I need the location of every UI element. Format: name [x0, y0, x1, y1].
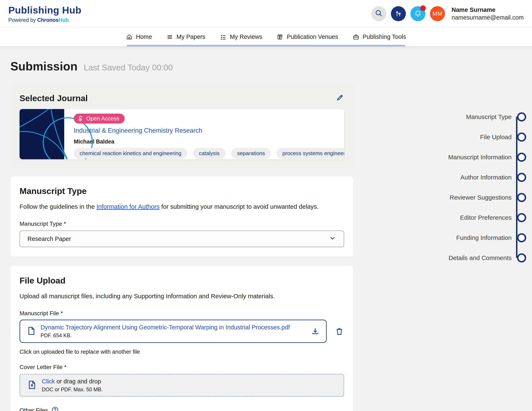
step-circle — [517, 213, 526, 222]
description-suffix: for submitting your manuscript to avoid … — [160, 203, 319, 210]
logo-subtitle: Powered by ChronosHub — [8, 17, 81, 23]
list-icon — [166, 34, 173, 40]
nav-item-my-papers[interactable]: My Papers — [166, 33, 205, 40]
nav-label: Home — [136, 33, 152, 40]
step-label: Details and Comments — [449, 254, 512, 262]
drag-text: or drag and drop — [55, 378, 101, 385]
stepper-step-funding-information[interactable]: Funding Information — [431, 228, 526, 248]
submission-stepper: Manuscript Type File Upload Manuscript I… — [431, 107, 526, 268]
file-upload-card: File Upload Upload all manuscript files,… — [10, 266, 353, 411]
nav-label: Publication Venues — [287, 33, 338, 40]
manuscript-type-title: Manuscript Type — [19, 186, 344, 196]
click-link[interactable]: Click — [42, 378, 55, 385]
trash-icon — [335, 327, 344, 336]
manuscript-type-field-label: Manuscript Type * — [19, 221, 344, 227]
logo-title: Publishing Hub — [8, 4, 81, 16]
information-for-authors-link[interactable]: Information for Authors — [96, 203, 160, 210]
page-title-row: Submission Last Saved Today 00:00 — [10, 59, 532, 73]
nav-label: My Reviews — [230, 33, 262, 40]
nav-label: Publishing Tools — [363, 33, 406, 40]
journal-cover-image — [19, 109, 64, 159]
manuscript-file-row: Dynamic Trajectory Alignment Using Geome… — [19, 320, 344, 343]
journal-card[interactable]: Open Access Industrial & Engineering Che… — [19, 109, 344, 159]
dropzone-constraints: DOC or PDF. Max. 50 MB. — [42, 386, 103, 392]
page-title: Submission — [10, 59, 77, 73]
uploaded-file-name[interactable]: Dynamic Trajectory Alignment Using Geome… — [40, 324, 290, 331]
nav-item-my-reviews[interactable]: My Reviews — [220, 33, 262, 40]
cover-letter-dropzone[interactable]: Click or drag and drop DOC or PDF. Max. … — [19, 374, 344, 397]
file-icon — [26, 326, 36, 336]
edit-journal-button[interactable] — [336, 93, 344, 103]
powered-by-text: Powered by — [8, 17, 37, 23]
cover-letter-label: Cover Letter File * — [19, 364, 344, 371]
step-label: Editor Preferences — [460, 214, 512, 221]
open-access-badge: Open Access — [74, 114, 125, 124]
app-logo[interactable]: Publishing Hub Powered by ChronosHub — [8, 4, 81, 23]
step-label: Reviewer Suggestions — [450, 194, 512, 201]
file-texts: Dynamic Trajectory Alignment Using Geome… — [40, 324, 290, 338]
manuscript-type-description: Follow the guidelines in the Information… — [19, 202, 344, 211]
journal-name-link[interactable]: Industrial & Engineering Chemistry Resea… — [74, 127, 344, 134]
stepper-step-reviewer-suggestions[interactable]: Reviewer Suggestions — [431, 187, 526, 207]
open-access-lock-icon — [77, 115, 84, 122]
journal-info: Open Access Industrial & Engineering Che… — [64, 109, 344, 159]
file-upload-title: File Upload — [19, 276, 344, 286]
step-label: File Upload — [480, 133, 512, 140]
nav-item-home[interactable]: Home — [126, 33, 152, 40]
nav-underline — [127, 45, 405, 47]
help-icon[interactable] — [51, 406, 59, 411]
manuscript-type-value: Research Paper — [28, 235, 71, 242]
step-label: Funding Information — [456, 234, 512, 241]
nav-label: My Papers — [176, 33, 205, 40]
user-name: Name Surname — [452, 6, 524, 13]
step-circle — [517, 173, 526, 182]
description-prefix: Follow the guidelines in the — [19, 203, 96, 210]
pencil-icon — [336, 93, 344, 102]
stepper-step-details-and-comments[interactable]: Details and Comments — [431, 248, 526, 268]
route-arrows-button[interactable] — [391, 6, 406, 21]
step-circle — [517, 132, 526, 142]
download-icon — [311, 327, 320, 336]
download-file-button[interactable] — [311, 327, 320, 336]
brand-chronos: Chronos — [37, 17, 59, 23]
other-files-label: Other Files — [19, 407, 48, 411]
user-info[interactable]: Name Surname namesurname@email.com — [452, 6, 524, 21]
stepper-step-file-upload[interactable]: File Upload — [431, 127, 526, 147]
selected-journal-title: Selected Journal — [19, 93, 88, 103]
stepper-step-author-information[interactable]: Author Information — [431, 167, 526, 187]
nav-item-publication-venues[interactable]: Publication Venues — [277, 33, 338, 40]
submission-page: Submission Last Saved Today 00:00 Select… — [0, 47, 532, 411]
nav-item-publishing-tools[interactable]: Publishing Tools — [353, 33, 406, 40]
user-email: namesurname@email.com — [452, 14, 524, 21]
checklist-icon — [220, 34, 227, 40]
stepper-step-manuscript-information[interactable]: Manuscript Information — [431, 147, 526, 167]
delete-file-button[interactable] — [335, 327, 344, 336]
dropzone-instruction: Click or drag and drop — [42, 378, 103, 385]
step-label: Manuscript Type — [466, 113, 512, 121]
step-circle — [517, 112, 526, 121]
search-icon — [375, 9, 383, 18]
stepper-step-manuscript-type[interactable]: Manuscript Type — [431, 107, 526, 127]
last-saved-status: Last Saved Today 00:00 — [84, 63, 173, 72]
briefcase-icon — [353, 34, 359, 40]
notifications-button[interactable] — [410, 6, 425, 21]
journal-tag: chemical reaction kinetics and engineeri… — [74, 148, 187, 159]
manuscript-file-box[interactable]: Dynamic Trajectory Alignment Using Geome… — [19, 320, 327, 343]
replace-file-hint: Click on uploaded file to replace with a… — [19, 349, 344, 355]
uploaded-file-meta: PDF. 654 KB. — [40, 333, 290, 338]
avatar[interactable]: MM — [430, 6, 445, 21]
step-circle — [517, 193, 526, 202]
manuscript-type-select[interactable]: Research Paper — [19, 231, 344, 247]
home-icon — [126, 34, 133, 40]
other-files-label-row: Other Files — [19, 406, 344, 411]
search-button[interactable] — [371, 6, 386, 21]
journal-tags: chemical reaction kinetics and engineeri… — [74, 148, 344, 159]
step-label: Manuscript Information — [448, 154, 512, 161]
open-access-label: Open Access — [86, 115, 119, 122]
notification-badge — [420, 5, 426, 11]
header-actions: MM Name Surname namesurname@email.com — [371, 6, 524, 21]
chevron-down-icon — [329, 234, 336, 243]
stepper-step-editor-preferences[interactable]: Editor Preferences — [431, 207, 526, 228]
route-arrows-icon — [394, 9, 402, 18]
manuscript-type-card: Manuscript Type Follow the guidelines in… — [10, 176, 353, 257]
